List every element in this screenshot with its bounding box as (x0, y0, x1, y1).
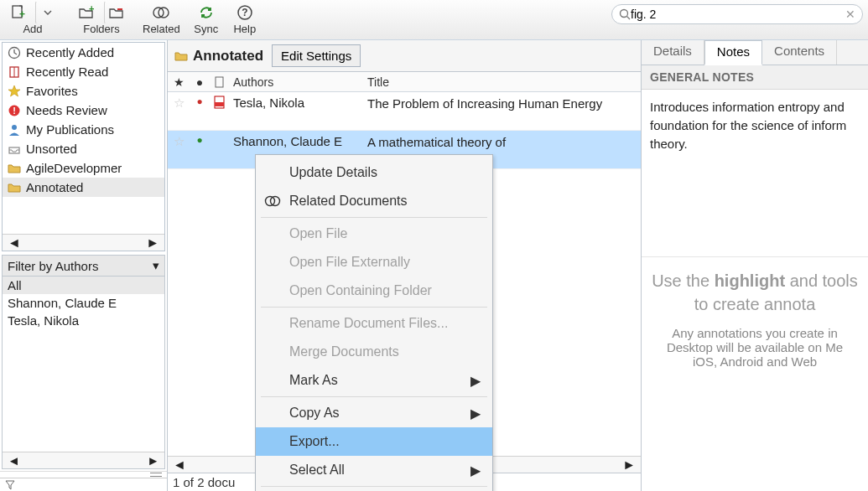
menu-item-open-file-externally: Open File Externally (256, 248, 492, 277)
sidebar-item-my-publications[interactable]: My Publications (3, 120, 164, 139)
scroll-left-icon[interactable]: ◄ (8, 453, 20, 468)
dropdown-icon[interactable]: ▾ (153, 258, 159, 273)
add-dropdown-icon[interactable] (35, 1, 60, 24)
sidebar-scrollbar[interactable]: ◄ ► (3, 234, 164, 251)
menu-separator (261, 486, 487, 487)
filter-item[interactable]: Tesla, Nikola (3, 312, 164, 329)
main-toolbar: + Add + Folders Related (0, 0, 868, 40)
remove-folder-icon[interactable] (104, 1, 129, 24)
column-document-icon[interactable] (210, 76, 230, 88)
help-icon[interactable]: ? (232, 1, 257, 24)
svg-text:?: ? (242, 7, 247, 18)
scroll-right-icon[interactable]: ► (622, 457, 636, 473)
scroll-left-icon[interactable]: ◄ (8, 235, 21, 251)
menu-item-update-details[interactable]: Update Details (256, 158, 492, 187)
table-row[interactable]: ☆ ● Tesla, Nikola The Problem of Increas… (168, 92, 641, 131)
scroll-right-icon[interactable]: ► (147, 453, 159, 468)
sidebar-item-needs-review[interactable]: !Needs Review (3, 101, 164, 120)
menu-item-select-all[interactable]: Select All▶ (256, 456, 492, 484)
sidebar-item-agiledevelopmer[interactable]: AgileDevelopmer (3, 158, 164, 178)
filter-item[interactable]: All (3, 277, 164, 294)
right-panel-tabs: Details Notes Contents (642, 40, 868, 65)
menu-item-merge-documents: Merge Documents (256, 338, 492, 366)
menu-item-label: Update Details (289, 165, 377, 180)
menu-separator (261, 307, 487, 308)
toolbar-folders-group[interactable]: + Folders (74, 0, 129, 35)
sidebar-item-annotated[interactable]: Annotated (3, 178, 164, 197)
sidebar-item-recently-added[interactable]: Recently Added (3, 43, 164, 62)
column-favorite-icon[interactable]: ★ (168, 75, 190, 89)
toolbar-help-label: Help (233, 23, 256, 35)
general-notes-text[interactable]: Introduces information entropy and found… (642, 90, 868, 257)
svg-point-8 (621, 9, 628, 17)
menu-item-open-file: Open File (256, 220, 492, 248)
sidebar-item-recently-read[interactable]: Recently Read (3, 62, 164, 81)
alert-icon: ! (8, 104, 21, 117)
column-authors-label[interactable]: Authors (230, 75, 364, 89)
favorite-star-icon[interactable]: ☆ (168, 96, 190, 111)
edit-settings-button[interactable]: Edit Settings (272, 44, 361, 67)
scroll-right-icon[interactable]: ► (146, 235, 159, 251)
related-icon[interactable] (148, 1, 174, 24)
column-read-icon[interactable]: ● (190, 75, 210, 89)
toolbar-add-label: Add (23, 23, 42, 35)
tab-contents[interactable]: Contents (762, 40, 837, 65)
menu-item-label: Export... (289, 434, 340, 449)
menu-item-related-documents[interactable]: Related Documents (256, 187, 492, 215)
row-authors: Tesla, Nikola (230, 96, 364, 110)
row-authors: Shannon, Claude E (230, 134, 364, 148)
favorite-star-icon[interactable]: ☆ (168, 134, 190, 149)
filter-funnel-icon[interactable] (0, 478, 167, 491)
menu-item-label: Rename Document Files... (289, 316, 448, 331)
add-document-icon[interactable]: + (5, 1, 30, 24)
table-header: ★ ● Authors Title (168, 72, 641, 92)
new-folder-icon[interactable]: + (74, 1, 99, 24)
center-header: Annotated Edit Settings (168, 40, 641, 72)
menu-item-open-containing-folder: Open Containing Folder (256, 277, 492, 305)
menu-item-copy-as[interactable]: Copy As▶ (256, 399, 492, 427)
search-clear-icon[interactable]: ✕ (845, 8, 855, 21)
read-status-icon[interactable]: ● (190, 134, 210, 146)
filter-resizer[interactable] (0, 471, 167, 478)
search-input[interactable] (631, 8, 845, 21)
sidebar-folder-list: Recently AddedRecently ReadFavorites!Nee… (2, 42, 165, 251)
scroll-left-icon[interactable]: ◄ (173, 457, 186, 473)
search-box[interactable]: ✕ (611, 4, 863, 24)
sync-icon[interactable] (194, 1, 219, 24)
menu-item-label: Open File Externally (289, 255, 410, 270)
sidebar-item-label: Recently Added (26, 45, 114, 59)
menu-item-rename-document-files: Rename Document Files... (256, 309, 492, 338)
toolbar-help-group[interactable]: ? Help (232, 0, 257, 35)
submenu-arrow-icon: ▶ (470, 463, 481, 478)
sidebar-item-label: Unsorted (26, 142, 77, 156)
tab-details[interactable]: Details (642, 40, 704, 65)
menu-item-export[interactable]: Export... (256, 427, 492, 456)
column-title-label[interactable]: Title (364, 75, 641, 89)
tab-notes[interactable]: Notes (704, 40, 762, 65)
menu-separator (261, 217, 487, 218)
sidebar-item-favorites[interactable]: Favorites (3, 81, 164, 101)
svg-text:+: + (89, 5, 94, 13)
toolbar-related-group[interactable]: Related (143, 0, 180, 35)
filter-header-label: Filter by Authors (8, 259, 98, 273)
document-type-icon (210, 96, 230, 109)
svg-text:!: ! (13, 106, 16, 116)
menu-item-label: Related Documents (289, 194, 408, 209)
toolbar-sync-group[interactable]: Sync (194, 0, 219, 35)
center-title: Annotated (174, 48, 263, 65)
search-icon (619, 8, 631, 20)
sidebar-item-unsorted[interactable]: Unsorted (3, 139, 164, 158)
menu-item-mark-as[interactable]: Mark As▶ (256, 366, 492, 395)
filter-header[interactable]: Filter by Authors ▾ (2, 255, 165, 277)
menu-separator (261, 396, 487, 397)
filter-item[interactable]: Shannon, Claude E (3, 294, 164, 312)
sidebar-item-label: AgileDevelopmer (26, 161, 122, 175)
sidebar-item-label: Favorites (26, 84, 78, 98)
sidebar-item-label: Needs Review (26, 103, 107, 117)
toolbar-add-group[interactable]: + Add (5, 0, 60, 35)
person-icon (8, 123, 21, 137)
svg-rect-19 (215, 102, 224, 106)
context-menu[interactable]: Update DetailsRelated DocumentsOpen File… (255, 154, 493, 491)
sidebar-item-label: Recently Read (26, 65, 108, 79)
read-status-icon[interactable]: ● (190, 96, 210, 107)
